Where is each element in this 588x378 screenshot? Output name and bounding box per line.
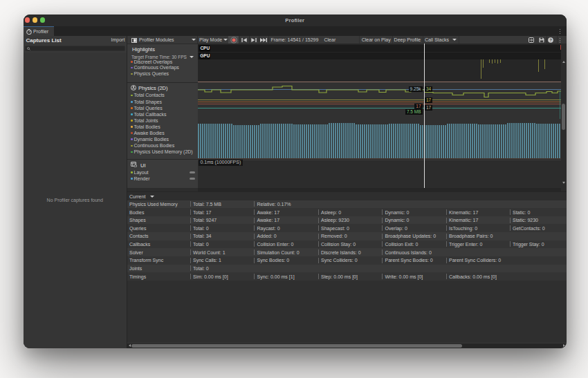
svg-text:?: ? — [549, 38, 552, 42]
